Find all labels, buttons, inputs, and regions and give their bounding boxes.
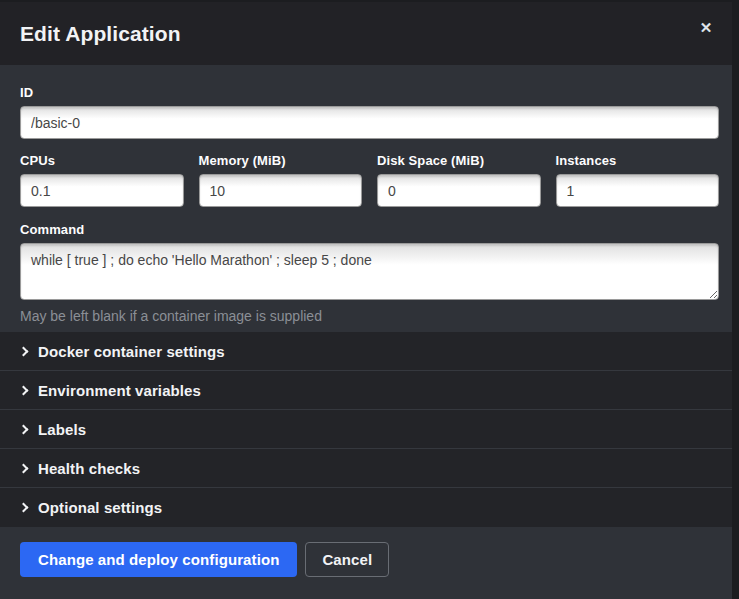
chevron-right-icon (19, 424, 29, 434)
section-label: Health checks (38, 460, 140, 477)
chevron-right-icon (19, 463, 29, 473)
backdrop-strip (732, 0, 739, 599)
cancel-button[interactable]: Cancel (305, 542, 389, 577)
collapsible-sections: Docker container settings Environment va… (0, 332, 732, 527)
section-health-checks[interactable]: Health checks (0, 449, 732, 488)
chevron-right-icon (19, 346, 29, 356)
section-optional-settings[interactable]: Optional settings (0, 488, 732, 527)
close-icon[interactable]: ✕ (695, 17, 717, 39)
section-docker-container-settings[interactable]: Docker container settings (0, 332, 732, 371)
section-label: Docker container settings (38, 343, 225, 360)
section-label: Labels (38, 421, 86, 438)
disk-label: Disk Space (MiB) (377, 153, 541, 168)
command-label: Command (20, 222, 719, 237)
disk-field-group: Disk Space (MiB) (377, 153, 541, 207)
section-environment-variables[interactable]: Environment variables (0, 371, 732, 410)
cpus-field-group: CPUs (20, 153, 184, 207)
section-label: Environment variables (38, 382, 201, 399)
modal-title: Edit Application (20, 22, 181, 46)
section-labels[interactable]: Labels (0, 410, 732, 449)
id-label: ID (20, 85, 719, 100)
modal-footer: Change and deploy configuration Cancel (0, 527, 732, 599)
disk-input[interactable] (377, 174, 541, 207)
instances-field-group: Instances (556, 153, 720, 207)
modal-header: Edit Application ✕ (0, 2, 732, 65)
chevron-right-icon (19, 503, 29, 513)
command-help-text: May be left blank if a container image i… (20, 308, 719, 324)
cpus-label: CPUs (20, 153, 184, 168)
command-textarea[interactable]: while [ true ] ; do echo 'Hello Marathon… (20, 243, 719, 300)
memory-label: Memory (MiB) (199, 153, 363, 168)
memory-input[interactable] (199, 174, 363, 207)
modal-body: ID CPUs Memory (MiB) Disk Space (MiB) In… (0, 65, 732, 332)
change-and-deploy-button[interactable]: Change and deploy configuration (20, 542, 297, 577)
memory-field-group: Memory (MiB) (199, 153, 363, 207)
id-input[interactable] (20, 106, 719, 139)
section-label: Optional settings (38, 499, 162, 516)
chevron-right-icon (19, 385, 29, 395)
command-field-group: Command while [ true ] ; do echo 'Hello … (20, 222, 719, 324)
instances-label: Instances (556, 153, 720, 168)
instances-input[interactable] (556, 174, 720, 207)
id-field-group: ID (20, 85, 719, 139)
resources-row: CPUs Memory (MiB) Disk Space (MiB) Insta… (20, 153, 719, 207)
cpus-input[interactable] (20, 174, 184, 207)
edit-application-modal: Edit Application ✕ ID CPUs Memory (MiB) … (0, 2, 732, 599)
